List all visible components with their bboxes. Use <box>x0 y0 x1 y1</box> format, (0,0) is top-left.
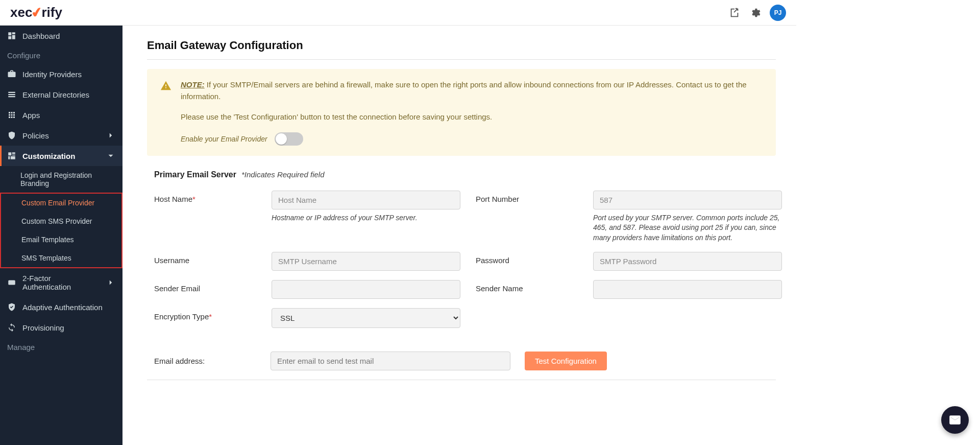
sidebar-subitem-login-branding[interactable]: Login and Registration Branding <box>0 166 122 193</box>
label-sender-email: Sender Email <box>154 280 256 293</box>
input-username[interactable] <box>272 252 460 271</box>
label-test-email: Email address: <box>154 357 256 365</box>
header-actions: PJ <box>729 5 786 21</box>
mail-icon <box>948 413 962 427</box>
list-icon <box>7 90 16 99</box>
page-title: Email Gateway Configuration <box>147 39 776 52</box>
note-line2: Please use the 'Test Configuration' butt… <box>181 111 763 123</box>
sidebar-subitem-custom-sms[interactable]: Custom SMS Provider <box>1 212 121 230</box>
logo: xec✔rify <box>10 5 62 20</box>
toggle-label: Enable your Email Provider <box>181 135 267 143</box>
sidebar-item-label: Customization <box>22 152 75 160</box>
main-content: Email Gateway Configuration NOTE: If you… <box>122 26 796 445</box>
sidebar-item-label: Apps <box>22 111 40 120</box>
apps-icon <box>7 110 16 120</box>
label-password: Password <box>476 252 578 265</box>
sidebar: Dashboard Configure Identity Providers E… <box>0 26 122 445</box>
test-row: Email address: Test Configuration <box>154 352 776 370</box>
input-host[interactable] <box>272 191 460 209</box>
sidebar-item-adaptive-auth[interactable]: Adaptive Authentication <box>0 297 122 317</box>
note-label: NOTE: <box>181 80 205 89</box>
sidebar-item-dashboard[interactable]: Dashboard <box>0 26 122 46</box>
note-body: If your SMTP/Email servers are behind a … <box>181 80 747 101</box>
chevron-right-icon <box>106 278 115 287</box>
svg-rect-0 <box>8 280 15 285</box>
briefcase-icon <box>7 69 16 79</box>
sidebar-item-identity-providers[interactable]: Identity Providers <box>0 64 122 84</box>
highlight-box: Custom Email Provider Custom SMS Provide… <box>0 193 122 268</box>
section-title: Primary Email Server <box>154 170 236 179</box>
sidebar-item-policies[interactable]: Policies <box>0 125 122 146</box>
note-text: NOTE: If your SMTP/Email servers are beh… <box>181 79 763 123</box>
form-grid: Host Name* Hostname or IP address of you… <box>154 191 776 329</box>
warning-icon <box>160 80 172 91</box>
customization-icon <box>7 151 16 160</box>
sidebar-item-external-directories[interactable]: External Directories <box>0 84 122 105</box>
label-host: Host Name* <box>154 191 256 203</box>
sidebar-item-label: External Directories <box>22 90 89 99</box>
sidebar-item-label: Adaptive Authentication <box>22 303 103 312</box>
divider <box>147 59 776 60</box>
customization-submenu: Login and Registration Branding Custom E… <box>0 166 122 268</box>
note-box: NOTE: If your SMTP/Email servers are beh… <box>147 69 776 156</box>
chevron-right-icon <box>106 131 115 140</box>
sidebar-item-label: Policies <box>22 131 49 140</box>
help-host: Hostname or IP address of your SMTP serv… <box>272 213 460 223</box>
input-sender-email[interactable] <box>272 280 460 299</box>
gear-icon[interactable] <box>749 7 761 18</box>
sidebar-item-apps[interactable]: Apps <box>0 105 122 125</box>
sidebar-item-customization[interactable]: Customization <box>0 146 122 166</box>
enable-provider-toggle[interactable] <box>275 132 303 146</box>
sidebar-subitem-sms-templates[interactable]: SMS Templates <box>1 249 121 267</box>
dashboard-icon <box>7 31 16 40</box>
toggle-knob <box>276 133 287 145</box>
sidebar-item-label: Dashboard <box>22 32 60 40</box>
input-password[interactable] <box>593 252 782 271</box>
label-username: Username <box>154 252 256 265</box>
chevron-down-icon <box>106 151 115 160</box>
two-factor-icon <box>7 278 16 287</box>
test-configuration-button[interactable]: Test Configuration <box>525 352 607 370</box>
sidebar-subitem-email-templates[interactable]: Email Templates <box>1 230 121 249</box>
sidebar-header-manage: Manage <box>0 338 122 356</box>
chat-fab[interactable] <box>941 406 969 434</box>
label-sender-name: Sender Name <box>476 280 578 293</box>
shield-check-icon <box>7 302 16 312</box>
sidebar-subitem-custom-email[interactable]: Custom Email Provider <box>1 194 121 212</box>
shield-icon <box>7 131 16 140</box>
header: xec✔rify PJ <box>0 0 796 26</box>
input-test-email[interactable] <box>271 352 510 370</box>
divider <box>147 380 776 380</box>
label-encryption: Encryption Type* <box>154 308 256 321</box>
docs-icon[interactable] <box>729 7 740 18</box>
sidebar-item-2fa[interactable]: 2-Factor Authentication <box>0 268 122 297</box>
sidebar-item-label: Provisioning <box>22 323 64 332</box>
sidebar-item-label: 2-Factor Authentication <box>22 274 100 291</box>
input-sender-name[interactable] <box>593 280 782 299</box>
sync-icon <box>7 323 16 332</box>
sidebar-item-label: Identity Providers <box>22 70 82 79</box>
avatar-initials: PJ <box>774 9 782 16</box>
avatar[interactable]: PJ <box>770 5 786 21</box>
input-port[interactable] <box>593 191 782 209</box>
label-port: Port Number <box>476 191 578 203</box>
sidebar-header-configure: Configure <box>0 46 122 64</box>
sidebar-item-provisioning[interactable]: Provisioning <box>0 317 122 338</box>
select-encryption[interactable]: SSL <box>272 308 460 328</box>
required-indicator: *Indicates Required field <box>241 170 325 179</box>
help-port: Port used by your SMTP server. Common po… <box>593 213 782 243</box>
